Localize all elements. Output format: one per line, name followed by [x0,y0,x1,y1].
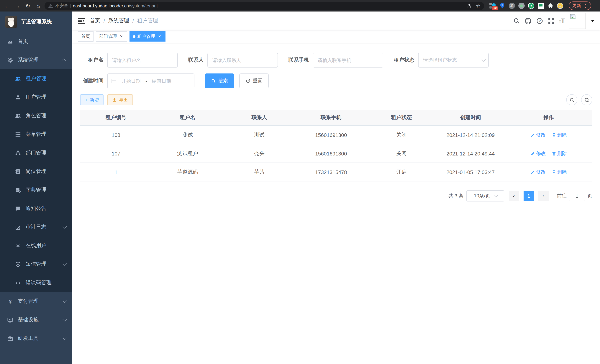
tag-tenant[interactable]: 租户管理× [130,31,166,42]
end-date-input[interactable] [149,78,174,84]
extension-command-icon[interactable]: ⌘ [509,3,515,9]
home-icon[interactable]: ⌂ [34,2,42,10]
sidebar-item-sms[interactable]: 短信管理 [0,255,72,273]
tag-close-icon[interactable]: × [119,34,124,39]
extension-tabs-icon[interactable]: 10 [489,3,496,9]
browser-menu-icon[interactable]: ⋮ [583,3,588,8]
range-separator: - [145,78,147,84]
search-button-label: 搜索 [218,78,228,84]
sidebar-item-devtools[interactable]: 研发工具 [0,329,72,348]
code-icon [15,280,21,286]
page-1-button[interactable]: 1 [524,191,534,201]
reload-icon[interactable]: ↻ [24,2,32,10]
github-icon[interactable] [524,17,532,25]
refresh-table-button[interactable] [581,94,592,105]
sidebar-item-label: 基础设施 [18,317,60,323]
user-avatar[interactable] [569,13,586,29]
navbar: 首页 / 系统管理 / 租户管理 ? TT [72,11,600,30]
sidebar-item-role[interactable]: 角色管理 [0,106,72,125]
sidebar-item-label: 系统管理 [18,57,60,64]
sidebar-item-home[interactable]: 首页 [0,32,72,51]
security-label[interactable]: 不安全 [55,3,68,9]
extension-green-dot-icon[interactable] [518,3,525,9]
sidebar-item-post[interactable]: 岗位管理 [0,162,72,181]
browser-toolbar: ← → ↻ ⌂ 不安全 dashboard.yudao.iocoder.cn/s… [0,0,600,11]
breadcrumb-system[interactable]: 系统管理 [108,18,129,24]
cell-contact: 秃头 [224,144,295,163]
sidebar-item-dept[interactable]: 部门管理 [0,144,72,162]
breadcrumb-home[interactable]: 首页 [90,18,100,24]
forward-icon[interactable]: → [13,2,21,10]
date-range-picker[interactable]: - [107,74,194,88]
share-icon[interactable] [467,3,472,8]
sidebar-fold-icon[interactable] [78,18,84,24]
sidebar-item-pay[interactable]: ¥ 支付管理 [0,292,72,311]
page-size-select[interactable]: 10条/页 [466,190,504,202]
edit-icon [530,151,535,156]
edit-link[interactable]: 修改 [530,169,546,175]
status-select[interactable]: 请选择租户状态 [418,53,489,67]
warning-icon [48,3,53,8]
tag-close-icon[interactable]: × [157,34,162,39]
toggle-search-button[interactable] [566,94,577,105]
sidebar-item-audit-log[interactable]: 审计日志 [0,218,72,236]
svg-text:?: ? [539,19,541,23]
help-icon[interactable]: ? [536,17,543,25]
export-button[interactable]: 导出 [107,94,133,105]
search-icon [569,97,574,102]
goto-page-input[interactable] [569,191,585,201]
table-row: 1 芋道源码 芋艿 17321315478 开启 2021-01-05 17:0… [80,163,592,181]
tenant-name-input[interactable] [107,53,178,67]
edit-link[interactable]: 修改 [530,131,546,138]
prev-page-button[interactable]: ‹ [509,191,519,201]
add-button[interactable]: + 新增 [80,94,103,105]
next-page-button[interactable]: › [538,191,549,201]
delete-link[interactable]: 删除 [552,169,567,175]
tag-dept[interactable]: 部门管理× [96,31,127,42]
fullscreen-icon[interactable] [547,17,555,25]
extensions-area: 10 ⌘ Y 更新 ⋮ [489,1,591,10]
delete-link[interactable]: 删除 [552,131,567,138]
edit-icon [530,170,535,174]
sidebar-item-label: 支付管理 [18,298,60,305]
table-row: 107 测试租户 秃头 15601691300 关闭 2021-12-14 20… [80,144,592,163]
search-button[interactable]: 搜索 [205,74,234,88]
extensions-puzzle-icon[interactable] [547,3,554,9]
contact-input[interactable] [207,53,278,67]
dashboard-icon [7,39,13,44]
font-size-icon[interactable]: TT [559,18,565,24]
navbar-actions: ? TT [513,13,594,29]
mobile-input[interactable] [313,53,383,67]
sidebar-item-dict[interactable]: 字典管理 [0,181,72,199]
browser-update-button[interactable]: 更新 ⋮ [569,1,591,10]
start-date-input[interactable] [119,78,143,84]
sidebar-item-user[interactable]: 用户管理 [0,88,72,106]
extension-chat-icon[interactable] [538,3,544,9]
sidebar-item-infra[interactable]: 基础设施 [0,311,72,329]
avatar-dropdown-icon[interactable] [591,20,594,22]
sidebar-item-online-user[interactable]: 在线用户 [0,236,72,255]
sidebar-item-menu[interactable]: 菜单管理 [0,125,72,144]
sidebar-item-notice[interactable]: 通知公告 [0,199,72,218]
extension-yudao-icon[interactable]: Y [528,3,534,9]
reset-button[interactable]: 重置 [239,74,269,88]
address-bar[interactable]: 不安全 dashboard.yudao.iocoder.cn/system/te… [45,2,484,10]
back-icon[interactable]: ← [3,2,11,10]
sidebar-item-label: 角色管理 [26,112,66,119]
profile-avatar-icon[interactable] [557,3,563,9]
cell-name: 测试 [152,126,223,144]
breadcrumb: 首页 / 系统管理 / 租户管理 [90,18,158,24]
tag-home[interactable]: 首页 [78,31,94,42]
sidebar-item-error-code[interactable]: 错误码管理 [0,273,72,292]
update-label: 更新 [572,3,581,9]
logo[interactable]: 芋道管理系统 [0,11,72,32]
sidebar-item-tenant[interactable]: 租户管理 [0,69,72,88]
bookmark-star-icon[interactable]: ☆ [476,3,480,9]
extension-pin-icon[interactable] [499,3,505,9]
url-text[interactable]: dashboard.yudao.iocoder.cn/system/tenant [73,3,465,8]
header-search-icon[interactable] [513,17,520,25]
sidebar-item-system[interactable]: 系统管理 [0,51,72,69]
url-host: dashboard.yudao.iocoder.cn [73,3,129,8]
delete-link[interactable]: 删除 [552,150,567,157]
edit-link[interactable]: 修改 [530,150,546,157]
